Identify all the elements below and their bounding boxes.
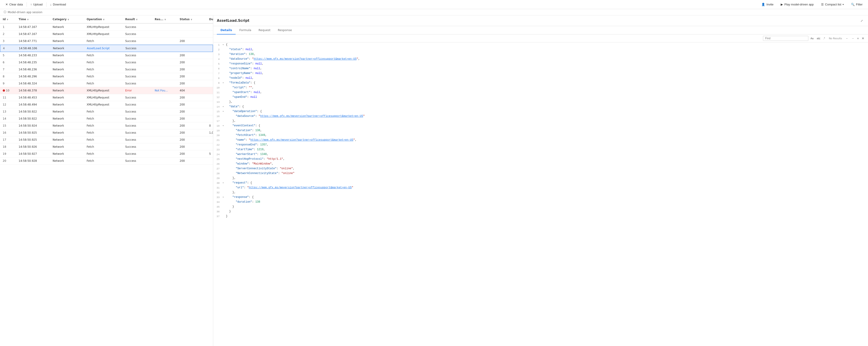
cell-operation[interactable]: XMLHttpRequest: [84, 31, 122, 37]
filter-button[interactable]: 🔍 Filter: [849, 2, 864, 7]
line-toggle-spacer: [221, 209, 225, 214]
collapse-toggle-icon[interactable]: ▾: [221, 181, 225, 185]
cell-category: Network: [50, 129, 84, 136]
col-header-res[interactable]: Res... ∨: [152, 16, 177, 23]
cell-operation[interactable]: Fetch: [84, 115, 122, 122]
collapse-toggle-icon[interactable]: ▾: [221, 109, 225, 114]
find-input[interactable]: [763, 36, 808, 41]
upload-button[interactable]: ↑ Upload: [29, 2, 44, 7]
table-row[interactable]: 914:58:48.324NetworkFetchSuccess200: [0, 80, 213, 87]
collapse-toggle-icon[interactable]: ▾: [221, 81, 225, 85]
table-row[interactable]: 1814:58:50.926NetworkFetchSuccess200: [0, 143, 213, 150]
invite-button[interactable]: 👤 Invite: [760, 2, 775, 7]
find-close-button[interactable]: ✕: [861, 36, 865, 40]
table-row[interactable]: 1914:58:50.927NetworkFetchSuccess2005: [0, 150, 213, 157]
cell-operation[interactable]: Fetch: [84, 52, 122, 59]
line-number: 16: [213, 114, 221, 119]
table-row[interactable]: 1414:58:50.922NetworkFetchSuccess200: [0, 115, 213, 122]
cell-operation[interactable]: Fetch: [84, 73, 122, 80]
clear-data-button[interactable]: ✕ Clear data: [4, 2, 25, 7]
table-row[interactable]: 814:58:48.296NetworkFetchSuccess200: [0, 73, 213, 80]
col-status-label: Status: [180, 18, 190, 21]
cell-operation[interactable]: Fetch: [84, 150, 122, 157]
table-row[interactable]: 1314:58:50.922NetworkFetchSuccess200: [0, 108, 213, 115]
col-header-id[interactable]: Id ∨: [0, 16, 16, 23]
cell-category: Network: [50, 80, 84, 87]
cell-res: [152, 66, 177, 73]
tab-formula[interactable]: Formula: [236, 26, 255, 34]
table-row[interactable]: 114:58:47.167NetworkXMLHttpRequestSucces…: [0, 24, 213, 31]
line-content: },: [225, 190, 868, 195]
table-row[interactable]: 314:58:47.771NetworkFetchSuccess200: [0, 38, 213, 45]
cell-operation[interactable]: Fetch: [84, 59, 122, 66]
table-row[interactable]: 1114:58:48.453NetworkXMLHttpRequestSucce…: [0, 94, 213, 101]
compact-list-button[interactable]: ☰ Compact list ▾: [819, 2, 846, 7]
cell-operation[interactable]: Fetch: [84, 136, 122, 143]
table-row[interactable]: 214:58:47.167NetworkXMLHttpRequestSucces…: [0, 31, 213, 38]
table-row[interactable]: 2014:58:50.928NetworkFetchSuccess200: [0, 157, 213, 165]
download-button[interactable]: ↓ Download: [48, 2, 68, 7]
match-word-button[interactable]: ab|: [816, 36, 821, 40]
cell-operation[interactable]: Fetch: [84, 80, 122, 87]
cell-operation[interactable]: Fetch: [84, 66, 122, 73]
cell-operation[interactable]: Fetch: [84, 108, 122, 115]
cell-duration: [207, 115, 213, 122]
col-header-result[interactable]: Result ∨: [122, 16, 152, 23]
cell-status: 200: [177, 129, 207, 136]
cell-category: Network: [50, 150, 84, 157]
col-header-category[interactable]: Category ∨: [50, 16, 84, 23]
cell-category: Network: [50, 157, 84, 164]
code-line: 25 "nextHopProtocol": "http/1.1",: [213, 157, 868, 162]
table-row[interactable]: 714:58:48.236NetworkFetchSuccess200: [0, 66, 213, 73]
cell-operation[interactable]: AssetLoad.Script: [84, 45, 123, 52]
table-row[interactable]: 1014:58:48.378NetworkXMLHttpRequestError…: [0, 87, 213, 94]
collapse-toggle-icon[interactable]: ▾: [221, 195, 225, 200]
cell-status: 200: [177, 52, 207, 59]
table-row[interactable]: 514:58:48.233NetworkFetchSuccess200: [0, 52, 213, 59]
tab-request[interactable]: Request: [255, 26, 274, 34]
cell-operation[interactable]: Fetch: [84, 157, 122, 164]
detail-close-button[interactable]: ⤢: [859, 18, 864, 23]
collapse-toggle-icon[interactable]: ▾: [221, 104, 225, 109]
find-next-button[interactable]: →: [850, 36, 855, 40]
table-row[interactable]: 414:58:48.106NetworkAssetLoad.ScriptSucc…: [0, 45, 213, 52]
cell-duration: [207, 59, 213, 66]
cell-operation[interactable]: Fetch: [84, 129, 122, 136]
info-bar: ⓘ Model-driven app session: [0, 9, 868, 16]
cell-operation[interactable]: Fetch: [84, 38, 122, 45]
invite-icon: 👤: [762, 3, 765, 6]
collapse-toggle-icon[interactable]: ▾: [221, 42, 225, 47]
col-header-operation[interactable]: Operation ∨: [84, 16, 122, 23]
cell-operation[interactable]: XMLHttpRequest: [84, 24, 122, 30]
use-regex-button[interactable]: .*: [822, 36, 826, 40]
cell-status: 200: [177, 136, 207, 143]
table-row[interactable]: 1214:58:48.494NetworkXMLHttpRequestSucce…: [0, 101, 213, 108]
cell-res: [152, 150, 177, 157]
line-content: "NetworkConnectivityState": "online": [225, 171, 868, 176]
table-row[interactable]: 1614:58:50.925NetworkFetchSuccess2001,0: [0, 129, 213, 136]
table-row[interactable]: 1714:58:50.925NetworkFetchSuccess200: [0, 136, 213, 143]
match-case-button[interactable]: Aa: [809, 36, 814, 40]
col-header-duration[interactable]: Duration (ms) ∨: [207, 16, 213, 23]
table-row[interactable]: 1514:58:50.924NetworkFetchSuccess2000: [0, 122, 213, 129]
table-row[interactable]: 614:58:48.235NetworkFetchSuccess200: [0, 59, 213, 66]
tab-response[interactable]: Response: [274, 26, 296, 34]
tab-details[interactable]: Details: [217, 26, 236, 34]
line-content: "dataSource": "https://mem.gfx.ms/mevers…: [225, 57, 868, 61]
cell-operation[interactable]: Fetch: [84, 143, 122, 150]
cell-res: [152, 73, 177, 80]
col-header-status[interactable]: Status ∨: [177, 16, 207, 23]
cell-operation[interactable]: XMLHttpRequest: [84, 87, 122, 94]
cell-operation[interactable]: XMLHttpRequest: [84, 101, 122, 108]
cell-status: 200: [177, 38, 207, 45]
cell-operation[interactable]: XMLHttpRequest: [84, 94, 122, 101]
line-content: "response": {: [225, 195, 868, 200]
find-prev-button[interactable]: ←: [845, 36, 849, 40]
cell-duration: [207, 108, 213, 115]
collapse-toggle-icon[interactable]: ▾: [221, 123, 225, 128]
cell-operation[interactable]: Fetch: [84, 122, 122, 129]
play-model-driven-button[interactable]: ▶ Play model-driven app: [779, 2, 815, 7]
find-list-button[interactable]: ≡: [856, 36, 860, 40]
cell-id: 13: [0, 108, 16, 115]
col-header-time[interactable]: Time ∨: [16, 16, 50, 23]
